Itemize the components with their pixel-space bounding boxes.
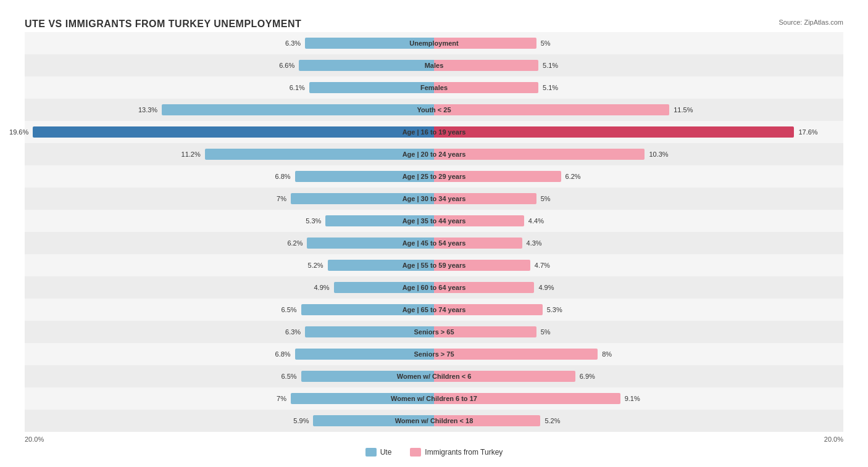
chart-row: 11.2% Age | 20 to 24 years 10.3% [25,143,843,165]
chart-row: 6.2% Age | 45 to 54 years 4.3% [25,232,843,254]
legend-turkey: Immigrants from Turkey [410,448,503,457]
right-value: 4.7% [535,262,550,269]
bar-section: 6.8% Age | 25 to 29 years 6.2% [25,165,843,188]
chart-row: 5.3% Age | 35 to 44 years 4.4% [25,210,843,232]
chart-row: 7% Age | 30 to 34 years 5% [25,188,843,210]
left-value: 13.3% [138,106,157,114]
center-label: Age | 16 to 19 years [403,128,466,136]
bar-section: 6.6% Males 5.1% [25,54,843,76]
center-label: Females [420,84,448,91]
left-value: 4.9% [314,284,330,291]
legend-turkey-color [410,448,421,457]
bar-section: 6.2% Age | 45 to 54 years 4.3% [25,232,843,254]
center-label: Age | 45 to 54 years [403,239,466,247]
center-label: Age | 55 to 59 years [403,262,466,269]
chart-title: UTE VS IMMIGRANTS FROM TURKEY UNEMPLOYME… [25,19,301,30]
right-value: 4.3% [527,239,542,247]
legend-turkey-label: Immigrants from Turkey [425,448,503,457]
center-label: Age | 60 to 64 years [403,284,466,291]
center-label: Males [425,62,444,69]
legend-ute: Ute [365,448,392,457]
chart-row: 6.6% Males 5.1% [25,54,843,76]
right-value: 4.9% [538,284,554,291]
chart-area: 6.3% Unemployment 5% 6.6% Males 5.1% [25,32,843,432]
center-label: Women w/ Children < 18 [395,417,474,424]
bar-section: 6.3% Seniors > 65 5% [25,321,843,343]
center-label: Seniors > 65 [414,328,454,336]
left-value: 5.2% [308,262,323,269]
center-label: Seniors > 75 [414,350,454,358]
bar-section: 5.3% Age | 35 to 44 years 4.4% [25,210,843,232]
chart-row: 6.5% Women w/ Children < 6 6.9% [25,365,843,387]
center-label: Unemployment [409,39,458,47]
legend-ute-color [365,448,377,457]
center-label: Women w/ Children 6 to 17 [391,395,477,402]
x-axis-left: 20.0% [25,436,44,443]
x-axis-right: 20.0% [824,436,843,443]
left-value: 6.8% [275,173,291,180]
chart-row: 5.2% Age | 55 to 59 years 4.7% [25,254,843,276]
right-value: 8% [602,350,612,358]
right-value: 5% [541,39,551,47]
chart-row: 6.3% Unemployment 5% [25,32,843,54]
right-value: 6.9% [580,373,595,380]
chart-container: UTE VS IMMIGRANTS FROM TURKEY UNEMPLOYME… [12,12,856,467]
left-value: 6.3% [285,39,301,47]
center-label: Age | 35 to 44 years [403,217,466,225]
bar-section: 7% Women w/ Children 6 to 17 9.1% [25,387,843,410]
left-value: 6.2% [287,239,303,247]
chart-row: 6.3% Seniors > 65 5% [25,321,843,343]
chart-row: 6.1% Females 5.1% [25,76,843,99]
chart-row: 13.3% Youth < 25 11.5% [25,99,843,121]
left-value: 5.9% [293,417,309,424]
right-value: 5.2% [545,417,560,424]
chart-row: 6.5% Age | 65 to 74 years 5.3% [25,299,843,321]
bar-section: 4.9% Age | 60 to 64 years 4.9% [25,276,843,299]
left-value: 19.6% [9,128,28,136]
center-label: Age | 25 to 29 years [403,173,466,180]
left-value: 6.5% [281,306,296,313]
right-value: 5.1% [543,62,558,69]
right-value: 11.5% [674,106,693,114]
left-value: 6.1% [290,84,305,91]
chart-row: 6.8% Age | 25 to 29 years 6.2% [25,165,843,188]
chart-row: 5.9% Women w/ Children < 18 5.2% [25,410,843,432]
left-value: 7% [277,395,286,402]
legend: Ute Immigrants from Turkey [25,448,843,457]
right-value: 9.1% [625,395,640,402]
left-value: 6.5% [281,373,296,380]
bar-section: 19.6% Age | 16 to 19 years 17.6% [25,121,843,143]
chart-row: 4.9% Age | 60 to 64 years 4.9% [25,276,843,299]
right-value: 5.3% [547,306,562,313]
bar-section: 5.2% Age | 55 to 59 years 4.7% [25,254,843,276]
left-value: 6.8% [275,350,291,358]
chart-source: Source: ZipAtlas.com [778,19,843,26]
right-value: 5% [541,328,551,336]
bar-section: 11.2% Age | 20 to 24 years 10.3% [25,143,843,165]
left-value: 6.3% [285,328,301,336]
bar-section: 7% Age | 30 to 34 years 5% [25,188,843,210]
chart-row: 19.6% Age | 16 to 19 years 17.6% [25,121,843,143]
center-label: Women w/ Children < 6 [397,373,472,380]
center-label: Age | 65 to 74 years [403,306,466,313]
bar-section: 6.3% Unemployment 5% [25,32,843,54]
bar-section: 6.5% Age | 65 to 74 years 5.3% [25,299,843,321]
center-label: Age | 30 to 34 years [403,195,466,202]
legend-ute-label: Ute [380,448,392,457]
chart-row: 6.8% Seniors > 75 8% [25,343,843,365]
right-value: 10.3% [649,151,668,158]
center-label: Youth < 25 [417,106,451,114]
right-value: 5.1% [543,84,558,91]
left-value: 6.6% [279,62,294,69]
right-value: 17.6% [798,128,817,136]
right-value: 6.2% [565,173,581,180]
bar-section: 6.5% Women w/ Children < 6 6.9% [25,365,843,387]
chart-row: 7% Women w/ Children 6 to 17 9.1% [25,387,843,410]
center-label: Age | 20 to 24 years [403,151,466,158]
bar-section: 5.9% Women w/ Children < 18 5.2% [25,410,843,432]
right-value: 5% [541,195,551,202]
left-value: 5.3% [306,217,321,225]
left-value: 7% [277,195,286,202]
bar-section: 6.8% Seniors > 75 8% [25,343,843,365]
left-value: 11.2% [182,151,201,158]
